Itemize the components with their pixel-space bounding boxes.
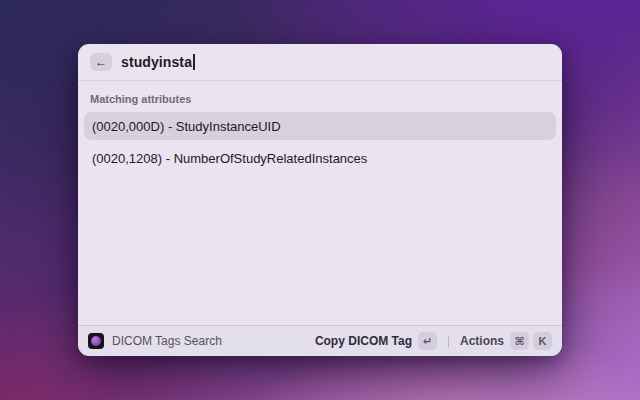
dicom-tags-search-window: ← studyinsta Matching attributes (0020,0… xyxy=(78,44,562,356)
actions-shortcut-keys: ⌘ K xyxy=(510,332,552,350)
return-key-icon[interactable]: ↵ xyxy=(418,332,437,350)
dicom-app-icon xyxy=(88,333,104,349)
result-label: (0020,1208) - NumberOfStudyRelatedInstan… xyxy=(92,151,367,166)
brain-icon xyxy=(91,336,101,346)
section-header: Matching attributes xyxy=(84,87,556,112)
search-input-value: studyinsta xyxy=(121,54,192,70)
results-list: Matching attributes (0020,000D) - StudyI… xyxy=(78,81,562,325)
k-key-icon[interactable]: K xyxy=(533,332,552,350)
footer-app-info: DICOM Tags Search xyxy=(88,333,315,349)
desktop-background: ← studyinsta Matching attributes (0020,0… xyxy=(0,0,640,400)
footer-actions: Copy DICOM Tag ↵ Actions ⌘ K xyxy=(315,332,552,350)
text-caret xyxy=(193,54,195,70)
actions-menu-button[interactable]: Actions xyxy=(460,334,504,348)
command-key-icon[interactable]: ⌘ xyxy=(510,332,529,350)
back-arrow-icon: ← xyxy=(95,53,107,71)
result-label: (0020,000D) - StudyInstanceUID xyxy=(92,119,281,134)
footer-bar: DICOM Tags Search Copy DICOM Tag ↵ Actio… xyxy=(78,325,562,356)
back-button[interactable]: ← xyxy=(90,53,112,71)
search-bar: ← studyinsta xyxy=(78,44,562,81)
primary-action-label[interactable]: Copy DICOM Tag xyxy=(315,334,412,348)
app-name: DICOM Tags Search xyxy=(112,334,222,348)
search-input[interactable]: studyinsta xyxy=(121,44,550,80)
result-row-study-instance-uid[interactable]: (0020,000D) - StudyInstanceUID xyxy=(84,112,556,140)
result-row-number-of-study-related-instances[interactable]: (0020,1208) - NumberOfStudyRelatedInstan… xyxy=(84,144,556,172)
footer-divider xyxy=(448,336,449,347)
